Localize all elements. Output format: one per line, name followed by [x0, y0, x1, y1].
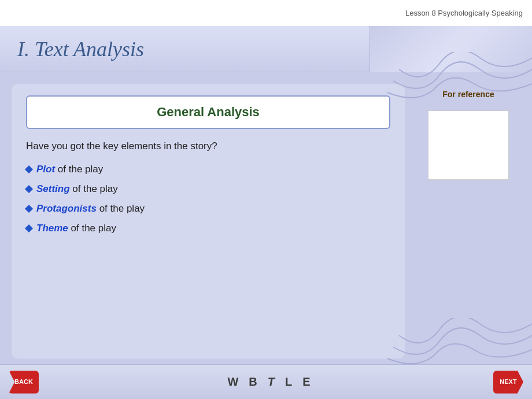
back-button[interactable]: BACK [9, 371, 39, 394]
item-3: Protagonists of the play [36, 203, 145, 215]
top-bar: Lesson 8 Psychologically Speaking [0, 0, 532, 26]
item-4: Theme of the play [36, 223, 116, 234]
next-label: NEXT [500, 378, 516, 385]
items-list: Plot of the play Setting of the play Pro… [26, 164, 390, 234]
lesson-title: Lesson 8 Psychologically Speaking [405, 9, 523, 17]
bottom-bar: BACK W B T L E NEXT [0, 364, 532, 399]
section-title: I. Text Analysis [17, 37, 144, 61]
next-button[interactable]: NEXT [493, 371, 523, 394]
reference-image-box [428, 110, 509, 180]
nav-letter-t[interactable]: T [268, 375, 275, 389]
general-analysis-title: General Analysis [39, 105, 378, 120]
keyword-setting: Setting [36, 183, 70, 194]
nav-letter-l[interactable]: L [285, 375, 292, 389]
question-text: Have you got the key elements in the sto… [26, 141, 390, 152]
bullet-icon [25, 185, 33, 193]
right-panel: For reference [416, 84, 520, 359]
back-label: BACK [14, 378, 33, 385]
general-analysis-box: General Analysis [26, 95, 390, 129]
item-4-rest: of the play [71, 223, 116, 234]
bullet-icon [25, 224, 33, 232]
keyword-plot: Plot [36, 164, 55, 175]
nav-letter-e[interactable]: E [302, 375, 310, 389]
bullet-icon [25, 205, 33, 213]
list-item: Theme of the play [26, 223, 390, 234]
main-content: General Analysis Have you got the key el… [0, 72, 532, 364]
item-2-rest: of the play [72, 183, 117, 194]
list-item: Setting of the play [26, 183, 390, 195]
for-reference-label: For reference [442, 90, 494, 99]
list-item: Plot of the play [26, 164, 390, 175]
bullet-icon [25, 165, 33, 173]
keyword-protagonists: Protagonists [36, 203, 97, 214]
item-3-rest: of the play [99, 203, 145, 214]
nav-letter-w[interactable]: W [227, 375, 238, 389]
item-2: Setting of the play [36, 183, 118, 195]
nav-letter-b[interactable]: B [249, 375, 257, 389]
header-section: I. Text Analysis [0, 26, 532, 72]
item-1-rest: of the play [58, 164, 103, 175]
left-panel: General Analysis Have you got the key el… [12, 84, 405, 359]
keyword-theme: Theme [36, 223, 68, 234]
list-item: Protagonists of the play [26, 203, 390, 215]
item-1: Plot of the play [36, 164, 103, 175]
nav-letters: W B T L E [221, 375, 310, 389]
